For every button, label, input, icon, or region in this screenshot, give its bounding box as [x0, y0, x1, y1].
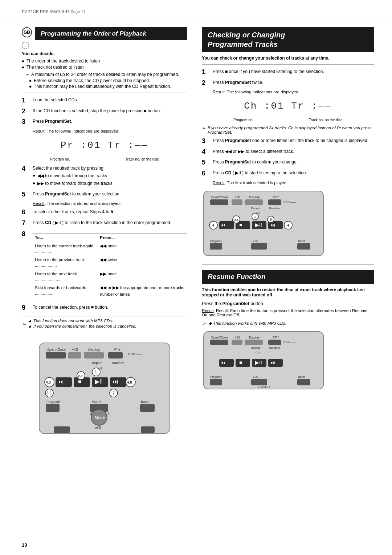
svg-rect-55: [232, 199, 242, 205]
svg-rect-84: [210, 243, 222, 250]
svg-rect-8: [108, 352, 123, 358]
svg-text:VOL.+: VOL.+: [253, 375, 261, 378]
svg-text:■: ■: [239, 222, 242, 228]
svg-text:Repeat: Repeat: [92, 361, 103, 365]
svg-rect-102: [236, 359, 250, 367]
col-to: To...: [33, 233, 98, 242]
svg-text:Open/Close: Open/Close: [211, 336, 228, 339]
svg-text:PTY: PTY: [273, 195, 279, 199]
bullet-2: The track not desired to listen: [22, 65, 187, 70]
device-image-left: Open/Close +10 Display PTY RDS —— Repeat…: [36, 339, 173, 438]
svg-text:Band: Band: [141, 400, 148, 404]
svg-text:1: 1: [254, 215, 256, 219]
to-press-table: To... Press... Listen to the current tra…: [33, 233, 187, 298]
svg-text:3,5: 3,5: [46, 391, 52, 395]
step-1: 1 Load the selected CDs.: [22, 97, 187, 105]
left-column: GB ○ Programming the Order of Playback Y…: [22, 27, 198, 438]
col-press: Press...: [98, 233, 187, 242]
svg-rect-85: [251, 243, 267, 250]
svg-rect-56: [245, 199, 263, 205]
svg-text:⏮: ⏮: [221, 360, 226, 365]
resume-intro: This function enables you to restart the…: [202, 287, 374, 297]
svg-rect-95: [268, 340, 281, 345]
right-column: Checking or Changing Programmed Tracks Y…: [198, 27, 374, 438]
table-row: Skip forwards or backwards ·············…: [33, 284, 187, 298]
svg-rect-6: [68, 352, 81, 358]
step-6: 6 To select other tracks, repeat Steps 4…: [22, 208, 187, 216]
right-step-1: 1 Press ■ once if you have started liste…: [202, 68, 374, 76]
resume-result: Result: Result: Each time the button is …: [202, 308, 374, 317]
svg-rect-54: [210, 199, 228, 205]
svg-text:∨  Mode  ∧: ∨ Mode ∧: [257, 385, 270, 389]
svg-text:PTY: PTY: [114, 348, 121, 352]
step-7: 7 Press CD ( ▶II ) to listen to the trac…: [22, 219, 187, 227]
right-intro: You can check or change your selection o…: [202, 56, 374, 61]
header-bar: EV-Z1GB-RDS 6/4/03 9:47 Page 14: [0, 7, 392, 16]
table-row: Listen to the current track again ······…: [33, 242, 187, 256]
lcd-labels-right: Program no. Track no. on the disc: [233, 118, 342, 122]
svg-text:Repeat: Repeat: [251, 207, 261, 210]
step-3-result: Result: The following indications are di…: [33, 129, 187, 133]
svg-text:+10: +10: [234, 336, 240, 339]
svg-text:Display: Display: [249, 336, 260, 339]
svg-text:1: 1: [95, 370, 97, 374]
right-step-2: 2 Press Program/Set twice.: [202, 79, 374, 87]
svg-text:⏮: ⏮: [57, 378, 63, 385]
svg-text:Program/: Program/: [210, 239, 222, 243]
svg-text:∧: ∧: [107, 411, 110, 416]
header-left: EV-Z1GB-RDS 6/4/03 9:47 Page 14: [22, 9, 86, 14]
bullet-1: The order of the track desired to listen: [22, 58, 187, 64]
svg-text:Open/Close: Open/Close: [211, 195, 228, 199]
svg-text:4,8: 4,8: [127, 380, 132, 384]
arrow-note: A maximum of up to 24 order of tracks de…: [25, 72, 187, 77]
right-section-title: Checking or Changing Programmed Tracks: [202, 27, 374, 52]
svg-text:Band: Band: [298, 375, 305, 378]
resume-title: Resume Function: [202, 270, 374, 284]
svg-text:Repeat: Repeat: [251, 346, 261, 349]
device-image-resume: Open/Close +10 Display PTY RDS —— Repeat…: [202, 330, 374, 393]
svg-text:Display: Display: [249, 195, 260, 199]
left-section-title: Programming the Order of Playback: [35, 27, 187, 40]
lcd-labels-left: Program no. Track no. on the disc: [50, 157, 159, 161]
svg-text:RDS ——: RDS ——: [128, 352, 143, 356]
svg-text:2,3,5: 2,3,5: [232, 218, 238, 222]
you-can-decide-label: You can decide:: [22, 51, 187, 56]
svg-text:⏭: ⏭: [270, 360, 275, 365]
svg-rect-57: [268, 199, 281, 205]
svg-text:Open/Close: Open/Close: [46, 348, 66, 352]
svg-text:Program/: Program/: [210, 375, 222, 378]
svg-text:4: 4: [212, 223, 215, 227]
device-image-right-top: Open/Close +10 Display PTY RDS —— Repeat…: [202, 189, 374, 259]
svg-text:Random: Random: [112, 361, 124, 365]
svg-text:RDS ——: RDS ——: [283, 200, 296, 204]
resume-body: Press the Program/Set button.: [202, 301, 374, 306]
sub-bullet-1: Before selecting the track, the CD playe…: [29, 78, 187, 83]
step-9: 9 To cancel the selection, press ■ butto…: [22, 304, 187, 312]
svg-text:7: 7: [113, 391, 115, 395]
right-step-6-result: Result: The first track selected is play…: [213, 181, 374, 185]
svg-rect-113: [251, 379, 267, 385]
step-3: 3 Press Program/Set.: [22, 118, 187, 126]
svg-text:Random: Random: [269, 346, 280, 349]
svg-text:⏭: ⏭: [113, 378, 118, 385]
svg-rect-47: [54, 426, 70, 433]
svg-text:■: ■: [239, 360, 242, 365]
ch-note: If you have already programmed 24 tracks…: [202, 126, 374, 134]
svg-rect-39: [140, 404, 155, 412]
svg-text:PTY: PTY: [273, 336, 279, 339]
svg-text:Program/: Program/: [46, 400, 60, 404]
svg-text:+10: +10: [234, 195, 240, 199]
svg-text:4,8: 4,8: [46, 380, 51, 384]
svg-text:+10: +10: [72, 348, 78, 352]
svg-text:VOL.+: VOL.+: [253, 239, 261, 243]
svg-rect-37: [46, 404, 60, 412]
svg-text:▶II: ▶II: [255, 360, 262, 365]
svg-rect-86: [297, 243, 310, 250]
svg-text:4: 4: [287, 223, 289, 227]
svg-rect-112: [210, 379, 222, 385]
svg-rect-48: [141, 426, 155, 433]
resume-note: ➢ ◆ This function works only with MP3 CD…: [202, 320, 374, 327]
svg-text:CD: CD: [256, 351, 260, 354]
svg-rect-93: [232, 340, 242, 345]
svg-rect-5: [46, 352, 66, 358]
